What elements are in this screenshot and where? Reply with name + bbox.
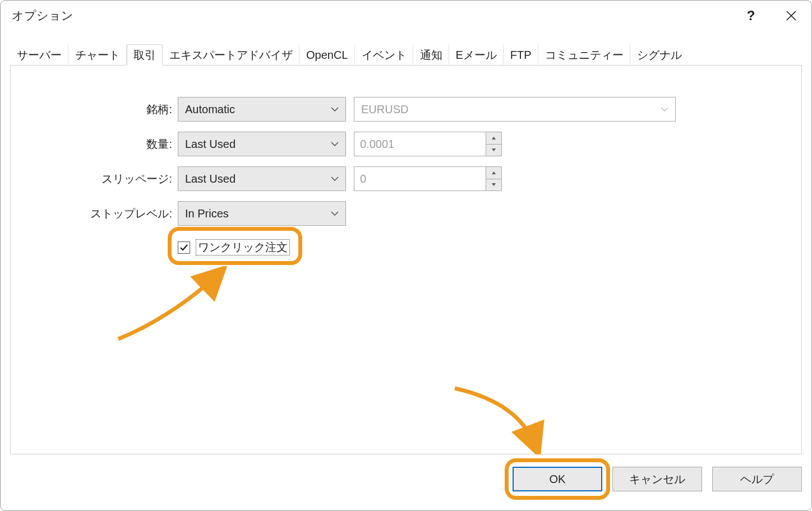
volume-mode-select[interactable]: Last Used — [178, 132, 346, 156]
volume-step-up[interactable] — [486, 132, 501, 144]
close-icon[interactable] — [771, 1, 811, 31]
cancel-button[interactable]: キャンセル — [612, 467, 702, 491]
row-volume: 数量: Last Used — [11, 132, 801, 156]
tab-server[interactable]: サーバー — [10, 44, 68, 66]
slippage-input[interactable] — [354, 166, 486, 191]
volume-spinner[interactable] — [354, 132, 502, 156]
symbol-mode-value: Automatic — [185, 103, 235, 116]
volume-mode-value: Last Used — [185, 138, 236, 151]
stoplevel-mode-select[interactable]: In Prices — [178, 201, 346, 226]
chevron-down-icon — [330, 139, 340, 149]
trade-form: 銘柄: Automatic EURUSD 数量: — [11, 97, 801, 236]
row-slippage: スリッページ: Last Used — [11, 166, 801, 191]
chevron-down-icon — [330, 104, 340, 114]
buttonbar: OK キャンセル ヘルプ — [10, 464, 802, 494]
label-stoplevel: ストップレベル: — [11, 201, 178, 226]
label-slippage: スリッページ: — [11, 166, 178, 191]
symbol-value-select[interactable]: EURUSD — [354, 97, 676, 122]
volume-step-down[interactable] — [486, 144, 501, 156]
stoplevel-mode-value: In Prices — [185, 207, 229, 220]
titlebar-help-icon[interactable]: ? — [731, 1, 771, 31]
label-volume: 数量: — [11, 132, 178, 156]
tab-email[interactable]: Eメール — [449, 44, 504, 66]
tab-trade[interactable]: 取引 — [127, 44, 163, 66]
tabstrip: サーバー チャート 取引 エキスパートアドバイザ OpenCL イベント 通知 … — [10, 44, 802, 66]
oneclick-label: ワンクリック注文 — [196, 239, 290, 256]
tab-experts[interactable]: エキスパートアドバイザ — [163, 44, 299, 66]
slippage-mode-value: Last Used — [185, 173, 236, 185]
tab-body: 銘柄: Automatic EURUSD 数量: — [10, 66, 802, 454]
chevron-down-icon — [659, 104, 670, 114]
tab-signals[interactable]: シグナル — [630, 44, 689, 66]
slippage-step-up[interactable] — [486, 167, 501, 179]
tab-notify[interactable]: 通知 — [413, 44, 449, 66]
volume-input[interactable] — [354, 132, 486, 156]
chevron-down-icon — [330, 208, 340, 219]
tab-ftp[interactable]: FTP — [504, 44, 538, 66]
oneclick-row[interactable]: ワンクリック注文 — [178, 239, 290, 256]
tab-chart[interactable]: チャート — [68, 44, 127, 66]
chevron-down-icon — [330, 174, 340, 184]
tab-community[interactable]: コミュニティー — [538, 44, 630, 66]
dialog-title: オプション — [12, 8, 73, 24]
row-stoplevel: ストップレベル: In Prices — [11, 201, 801, 226]
label-symbol: 銘柄: — [11, 97, 178, 122]
oneclick-checkbox[interactable] — [178, 241, 190, 254]
help-button[interactable]: ヘルプ — [712, 467, 802, 491]
titlebar: オプション ? — [1, 1, 811, 31]
row-symbol: 銘柄: Automatic EURUSD — [11, 97, 801, 122]
tab-opencl[interactable]: OpenCL — [299, 44, 355, 66]
symbol-mode-select[interactable]: Automatic — [178, 97, 346, 122]
slippage-step-down[interactable] — [486, 179, 501, 191]
ok-button[interactable]: OK — [513, 467, 602, 491]
options-dialog: オプション ? サーバー チャート 取引 エキスパートアドバイザ OpenCL … — [0, 0, 812, 511]
slippage-spinner[interactable] — [354, 166, 502, 191]
slippage-mode-select[interactable]: Last Used — [178, 166, 346, 191]
tab-events[interactable]: イベント — [355, 44, 413, 66]
symbol-value: EURUSD — [361, 103, 408, 116]
